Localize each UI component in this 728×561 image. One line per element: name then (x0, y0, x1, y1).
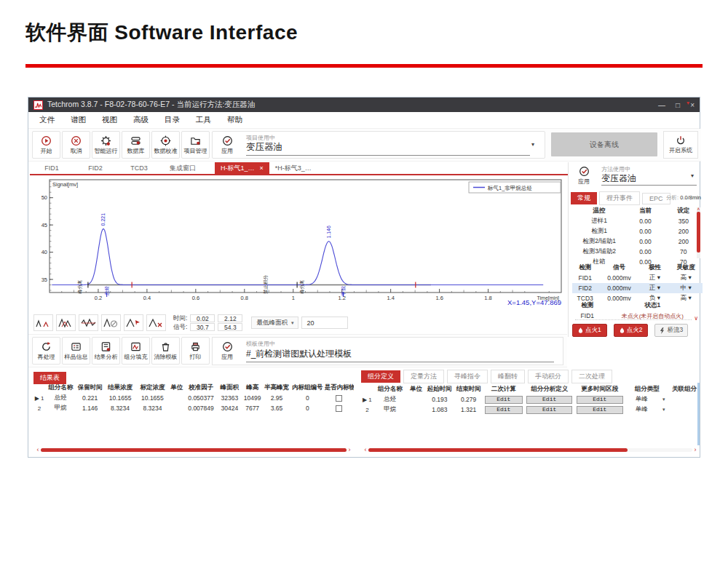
table-row[interactable]: 2甲烷1.0831.321EditEditEdit单峰▾ (361, 405, 700, 415)
project-apply-button[interactable]: 应用 (215, 133, 239, 157)
table-row[interactable]: 检测2/辅助10.00200 (572, 236, 703, 247)
close-button[interactable]: × (690, 101, 695, 109)
results-hscrollbar[interactable]: ‹ › (35, 447, 352, 453)
svg-text:0.8: 0.8 (241, 295, 248, 301)
scroll-right-icon[interactable]: › (347, 447, 352, 453)
peak-merge-button[interactable] (56, 314, 76, 331)
edit-button[interactable]: Edit (526, 396, 573, 404)
smart-run-button[interactable]: 智能运行 (92, 131, 120, 159)
detector-status-table: 检测状态1FID1未点火(未开启自动点火) (572, 301, 703, 321)
min-peak-area-label: 最低峰面积 (256, 319, 288, 327)
scroll-more-icon[interactable]: ∨ (694, 315, 698, 322)
page-title: 软件界面 Software Interface (25, 19, 298, 47)
tab-doc-active[interactable]: H-标气1_… × (215, 162, 269, 174)
reprocess-button[interactable]: 再处理 (32, 337, 60, 365)
minimize-button[interactable]: — (658, 101, 665, 109)
method-value[interactable]: 变压器油 (601, 172, 636, 185)
temperature-vscrollbar[interactable]: ∧ (697, 207, 700, 258)
template-value[interactable]: #_前检测谱图默认处理模板 (246, 348, 352, 360)
edit-button[interactable]: Edit (577, 396, 623, 404)
tab-fid2[interactable]: FID2 (74, 162, 117, 174)
time-end-field[interactable]: 2.12 (218, 314, 242, 322)
menu-help[interactable]: 帮助 (219, 115, 250, 125)
definition-vscrollbar[interactable] (697, 383, 700, 445)
print-button[interactable]: 打印 (181, 337, 210, 365)
chevron-down-icon[interactable]: ▾ (531, 141, 534, 148)
is-internal-checkbox[interactable] (336, 405, 342, 412)
table-row[interactable]: ▶ 1总烃0.22110.165510.16550.05037732363104… (33, 393, 354, 403)
signal-max-field[interactable]: 54.3 (218, 323, 242, 331)
tab-ramp-events[interactable]: 程升事件 (599, 191, 640, 205)
baseline-wave-button[interactable] (79, 314, 98, 331)
menu-file[interactable]: 文件 (31, 115, 63, 125)
tab-inactive[interactable]: 寻峰指令 (447, 370, 488, 383)
table-row[interactable]: 检测10.00200 (572, 226, 703, 236)
result-analysis-button[interactable]: 结果分析 (92, 337, 120, 365)
start-button[interactable]: 开始 (32, 131, 60, 159)
is-internal-checkbox[interactable] (336, 395, 342, 402)
tab-inactive[interactable]: 手动积分 (528, 370, 569, 383)
maximize-button[interactable]: □ (676, 101, 680, 109)
ignite2-button[interactable]: 点火2 (614, 324, 649, 337)
chromatogram-chart[interactable]: 354045500.20.40.60.811.21.41.61.8Signal[… (33, 176, 565, 310)
menu-view[interactable]: 视图 (94, 115, 125, 125)
table-row[interactable]: FID20.000mv正 ▾中 ▾ (572, 283, 703, 293)
min-peak-area-dropdown[interactable]: 最低峰面积 ▾ (251, 317, 298, 329)
check-circle-icon (222, 341, 233, 352)
device-offline-button[interactable]: 设备离线 (551, 132, 657, 156)
ignite1-button[interactable]: 点火1 (572, 324, 607, 337)
tab-fid1[interactable]: FID1 (30, 162, 74, 174)
tab-active[interactable]: 组分定义 (361, 370, 400, 383)
cancel-button[interactable]: 取消 (62, 131, 90, 159)
scroll-up-icon[interactable]: ∧ (697, 207, 700, 211)
peak-detect-button[interactable] (33, 314, 53, 331)
sample-info-label: 样品信息 (65, 353, 88, 361)
tab-tcd3[interactable]: TCD3 (117, 162, 161, 174)
tab-doc-other[interactable]: *H-标气3_… (269, 162, 317, 174)
menu-chromatogram[interactable]: 谱图 (63, 115, 94, 125)
chevron-down-icon[interactable]: ▾ (691, 172, 694, 179)
tab-integration-window[interactable]: 集成窗口 (161, 162, 205, 174)
component-fill-button[interactable]: 组分填充 (122, 337, 150, 365)
bridge-current3-button[interactable]: 桥流3 (654, 324, 688, 337)
close-tab-icon[interactable]: × (260, 164, 264, 172)
menu-advanced[interactable]: 高级 (125, 115, 157, 125)
template-apply-button[interactable]: 应用 (215, 339, 239, 363)
data-calibration-button[interactable]: 数据校准 (151, 131, 180, 159)
table-row[interactable]: 进样10.00350 (572, 216, 703, 226)
tab-general[interactable]: 常规 (571, 192, 597, 204)
scroll-left-icon[interactable]: ‹ (35, 447, 41, 453)
table-row[interactable]: 2甲烷1.1468.32348.32340.0078493042476773.6… (33, 403, 354, 413)
peak-delete-button[interactable] (146, 314, 166, 331)
app-logo-icon (33, 100, 43, 110)
edit-button[interactable]: Edit (526, 406, 573, 414)
tab-inactive[interactable]: 峰翻转 (491, 370, 525, 383)
tabbar-caret-icon[interactable]: ▾ (687, 100, 689, 106)
time-start-field[interactable]: 0.02 (190, 314, 215, 322)
edit-button[interactable]: Edit (485, 396, 523, 404)
project-management-button[interactable]: 项目管理 (181, 131, 210, 159)
power-on-button[interactable]: 开启系统 (663, 131, 698, 159)
edit-button[interactable]: Edit (485, 406, 523, 414)
min-peak-area-field[interactable]: 20 (301, 317, 348, 329)
peak-select-button[interactable] (124, 314, 143, 331)
tab-inactive[interactable]: 定量方法 (403, 370, 444, 383)
no-integration-button[interactable] (101, 314, 121, 331)
table-row[interactable]: 检测3/辅助20.0070 (572, 247, 703, 257)
tab-inactive[interactable]: 二次处理 (571, 370, 612, 383)
project-value[interactable]: 变压器油 (246, 141, 282, 154)
svg-text:1.146: 1.146 (326, 226, 331, 239)
table-row[interactable]: ▶ 1总烃0.1930.279EditEditEdit单峰▾ (361, 394, 700, 405)
database-button[interactable]: 数据库 (122, 131, 150, 159)
sample-info-button[interactable]: 样品信息 (62, 337, 90, 365)
edit-button[interactable]: Edit (577, 406, 623, 414)
clear-template-button[interactable]: 清除模板 (151, 337, 180, 365)
definition-hscrollbar[interactable]: ‹ › (363, 447, 698, 453)
scroll-left-icon[interactable]: ‹ (363, 447, 368, 453)
scroll-right-icon[interactable]: › (692, 447, 698, 453)
signal-min-field[interactable]: 30.7 (190, 323, 215, 331)
menu-directory[interactable]: 目录 (157, 115, 188, 125)
table-row[interactable]: FID10.000mv正 ▾高 ▾ (572, 273, 703, 283)
method-apply-button[interactable]: 应用 (572, 166, 596, 186)
menu-tools[interactable]: 工具 (188, 115, 219, 125)
